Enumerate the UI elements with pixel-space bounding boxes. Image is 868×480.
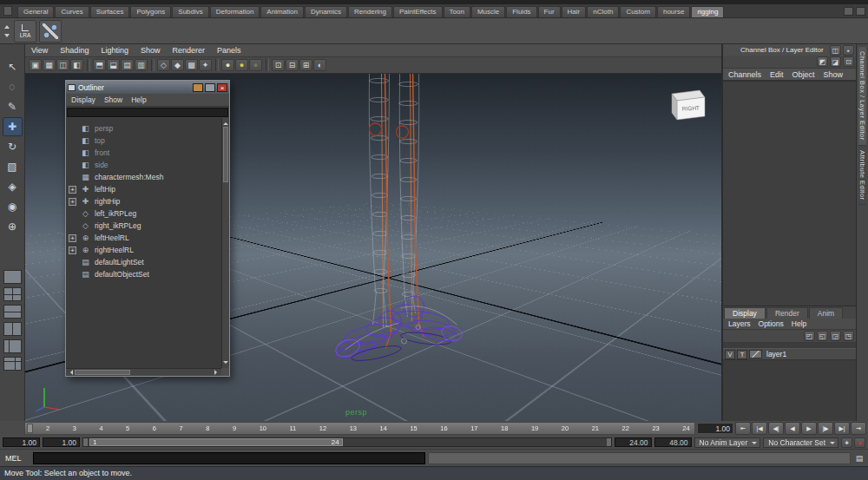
horizontal-scrollbar[interactable]	[66, 368, 221, 376]
character-leg-right-wireframe[interactable]	[399, 74, 419, 317]
scrollbar-thumb[interactable]	[75, 370, 130, 375]
view-cube[interactable]: RIGHT	[667, 82, 712, 122]
viewport-menu-show[interactable]: Show	[135, 44, 167, 57]
channel-speed-icon[interactable]: ◪	[830, 56, 841, 67]
scroll-left-icon[interactable]	[68, 370, 73, 375]
outliner-item-leftHeelRL[interactable]: +⊕leftHeelRL	[66, 232, 221, 244]
lra-shelf-button[interactable]: LRA	[14, 20, 36, 43]
layout-two-panes-stacked[interactable]	[3, 305, 22, 319]
animation-start-field[interactable]: 1.00	[3, 437, 40, 447]
outliner-item-charactermesh:Mesh[interactable]: ▦charactermesh:Mesh	[66, 171, 221, 183]
ik-handle-shelf-button[interactable]	[39, 20, 62, 43]
exposure-icon[interactable]: ◐	[313, 59, 326, 71]
shelf-tab-hair[interactable]: Hair	[562, 6, 587, 17]
shelf-tab-surfaces[interactable]: Surfaces	[90, 6, 130, 17]
animation-end-field[interactable]: 48.00	[654, 437, 692, 447]
current-time-field[interactable]: 1.00	[697, 423, 733, 434]
shelf-tab-hourse[interactable]: hourse	[657, 6, 690, 17]
side-tab-attribute-editor[interactable]: Attribute Editor	[858, 146, 866, 206]
paint-select-tool[interactable]: ✎	[3, 97, 23, 116]
outliner-item-defaultLightSet[interactable]: ▤defaultLightSet	[66, 256, 221, 268]
move-layer-up-icon[interactable]: ◰	[804, 331, 815, 341]
vertical-scrollbar[interactable]	[221, 118, 229, 368]
two-sided-lighting-icon[interactable]: ●	[249, 59, 262, 71]
anim-layer-dropdown[interactable]: No Anim Layer	[694, 437, 761, 448]
lasso-select-tool[interactable]: ◌	[3, 77, 23, 96]
shelf-tab-painteffects[interactable]: PaintEffects	[393, 6, 443, 17]
xray-display-icon[interactable]: ⊟	[286, 59, 299, 71]
outliner-item-rightHip[interactable]: +✚rightHip	[66, 195, 221, 207]
layer-tab-render[interactable]: Render	[766, 307, 808, 319]
show-manipulator-tool[interactable]: ⊕	[3, 217, 23, 236]
outliner-menu-display[interactable]: Display	[71, 95, 95, 104]
playback-start-field[interactable]: 1.00	[43, 437, 80, 447]
shelf-tab-dynamics[interactable]: Dynamics	[305, 6, 347, 17]
play-forwards-button[interactable]: ▶	[801, 422, 817, 435]
expand-icon[interactable]: +	[69, 186, 76, 194]
close-button[interactable]: ×	[217, 83, 227, 92]
menu-collapse-icon[interactable]	[3, 6, 12, 16]
range-slider[interactable]: 1 24	[82, 437, 612, 447]
viewport-menu-view[interactable]: View	[25, 44, 54, 57]
field-chart-icon[interactable]: ⬓	[107, 59, 120, 71]
layer-menu-options[interactable]: Options	[759, 319, 784, 328]
outliner-item-right_ikRPLeg[interactable]: ◇right_ikRPLeg	[66, 220, 221, 232]
step-back-key-button[interactable]: ◀|	[768, 422, 784, 435]
shelf-tab-fur[interactable]: Fur	[538, 6, 561, 17]
step-back-frame-button[interactable]: |◀	[752, 422, 767, 435]
shelf-tab-ncloth[interactable]: nCloth	[587, 6, 619, 17]
range-cap-left[interactable]	[83, 438, 88, 446]
selected-feet-wireframes[interactable]	[333, 296, 464, 364]
layer-visibility-toggle[interactable]: V	[725, 350, 735, 359]
shelf-tab-muscle[interactable]: Muscle	[471, 6, 505, 17]
shelf-tab-polygons[interactable]: Polygons	[130, 6, 171, 17]
outliner-item-top[interactable]: ◧top	[66, 135, 221, 147]
layout-two-panes-side[interactable]	[3, 322, 22, 336]
shaded-display-icon[interactable]: ◆	[171, 59, 184, 71]
layer-display-type-toggle[interactable]: T	[737, 350, 747, 359]
grid-toggle-icon[interactable]: ▦	[43, 59, 56, 71]
layer-tab-display[interactable]: Display	[724, 307, 766, 319]
default-material-icon[interactable]: ●	[221, 59, 234, 71]
shelf-tab-rigging[interactable]: rigging	[691, 6, 724, 17]
outliner-item-rightHeelRL[interactable]: +⊕rightHeelRL	[66, 244, 221, 256]
minimize-button[interactable]	[193, 83, 203, 92]
shelf-switcher-icon[interactable]	[2, 20, 11, 43]
set-key-icon[interactable]: ✦	[841, 437, 852, 448]
layout-persp-outliner[interactable]	[3, 339, 22, 353]
command-line-mode-button[interactable]: MEL	[0, 454, 33, 463]
last-tool-used[interactable]	[3, 237, 23, 256]
channelbox-menu-show[interactable]: Show	[824, 70, 844, 79]
channelbox-menu-channels[interactable]: Channels	[728, 70, 761, 79]
outliner-menu-help[interactable]: Help	[131, 95, 146, 104]
xray-joints-icon[interactable]: ⊞	[299, 59, 312, 71]
outliner-titlebar[interactable]: Outliner ×	[66, 81, 229, 94]
maximize-button[interactable]	[205, 83, 215, 92]
safe-action-icon[interactable]: ▤	[121, 59, 134, 71]
resize-grip[interactable]	[221, 368, 229, 376]
shelf-tab-subdivs[interactable]: Subdivs	[172, 6, 208, 17]
select-tool[interactable]: ↖	[3, 57, 23, 76]
layer-menu-layers[interactable]: Layers	[728, 319, 751, 328]
rotate-tool[interactable]: ↻	[3, 137, 23, 156]
viewport-menu-renderer[interactable]: Renderer	[166, 44, 211, 57]
layout-persp-graph[interactable]	[3, 357, 22, 371]
outliner-menu-show[interactable]: Show	[104, 95, 122, 104]
character-set-dropdown[interactable]: No Character Set	[763, 437, 838, 448]
scroll-right-icon[interactable]	[214, 370, 220, 375]
scroll-down-icon[interactable]	[223, 361, 228, 366]
scroll-up-icon[interactable]	[223, 120, 228, 125]
script-editor-icon[interactable]: ▤	[853, 452, 865, 464]
expand-icon[interactable]: +	[69, 234, 76, 242]
go-to-end-button[interactable]: ⇥	[851, 422, 866, 435]
move-layer-down-icon[interactable]: ◱	[817, 331, 828, 341]
layer-color-swatch[interactable]	[749, 350, 762, 358]
outliner-item-leftHip[interactable]: +✚leftHip	[66, 183, 221, 195]
outliner-item-defaultObjectSet[interactable]: ▤defaultObjectSet	[66, 268, 221, 280]
isolate-select-icon[interactable]: ⊡	[272, 59, 285, 71]
layout-single-pane[interactable]	[3, 270, 22, 284]
shelf-tab-curves[interactable]: Curves	[55, 6, 89, 17]
outliner-item-side[interactable]: ◧side	[66, 159, 221, 171]
layer-tab-anim[interactable]: Anim	[809, 307, 843, 319]
new-layer-from-selected-icon[interactable]: ◳	[843, 331, 854, 341]
